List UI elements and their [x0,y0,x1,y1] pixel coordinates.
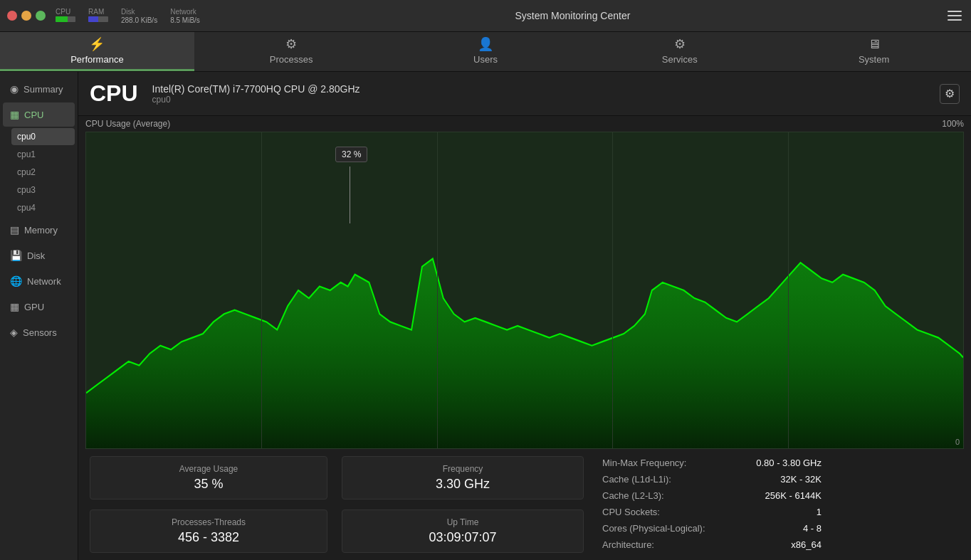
chart-container: CPU Usage (Average) 100% 32 % [78,116,971,449]
average-usage-card: Average Usage 35 % [90,456,327,500]
sockets-row: CPU Sockets: 1 [591,504,833,520]
window-controls [7,11,46,21]
sidebar-item-cpu2[interactable]: cpu2 [11,164,75,181]
tab-system-label: System [859,54,889,65]
ram-stat-label: RAM [88,8,108,16]
network-icon: 🌐 [10,275,22,287]
services-icon: ⚙ [674,36,686,52]
ram-stat: RAM [88,8,108,24]
sidebar-item-gpu[interactable]: ▦ GPU [3,295,75,319]
sidebar-item-cpu0[interactable]: cpu0 [11,128,75,145]
sidebar-sensors-label: Sensors [23,327,57,338]
sidebar-item-summary[interactable]: ◉ Summary [3,77,75,101]
tab-processes-label: Processes [270,54,313,65]
disk-stat: Disk 288.0 KiB/s [121,8,157,24]
cores-value: 4 - 8 [803,523,822,534]
uptime-card: Up Time 03:09:07:07 [342,509,584,553]
network-stat: Network 8.5 MiB/s [170,8,200,24]
chart-area[interactable]: 32 % 0 [85,132,964,449]
arch-value: x86_64 [791,539,822,550]
sidebar-gpu-label: GPU [24,302,44,312]
menu-icon-line1 [948,11,962,12]
cpu-header: CPU Intel(R) Core(TM) i7-7700HQ CPU @ 2.… [78,72,971,116]
svg-marker-0 [86,259,963,448]
arch-row: Architecture: x86_64 [591,537,833,553]
tab-processes[interactable]: ⚙ Processes [194,32,389,71]
frequency-value: 3.30 GHz [436,477,490,492]
average-usage-label: Average Usage [179,464,238,474]
cpu-main-title: CPU [90,80,138,107]
sidebar-item-sensors[interactable]: ◈ Sensors [3,320,75,344]
processes-threads-card: Processes-Threads 456 - 3382 [90,509,327,553]
content-area: CPU Intel(R) Core(TM) i7-7700HQ CPU @ 2.… [78,72,971,560]
maximize-button[interactable] [36,11,46,21]
processes-threads-value: 456 - 3382 [178,530,239,545]
cores-row: Cores (Physical-Logical): 4 - 8 [591,520,833,537]
ram-bar [88,16,108,22]
cache-l2l3-row: Cache (L2-L3): 256K - 6144K [591,487,833,504]
disk-stat-label: Disk [121,8,157,16]
chart-max-label: 100% [942,119,964,129]
uptime-label: Up Time [447,517,479,527]
app-title: System Monitoring Center [200,10,945,21]
sidebar-item-cpu[interactable]: ▦ CPU [3,102,75,127]
sockets-value: 1 [817,507,822,517]
sidebar-item-cpu4[interactable]: cpu4 [11,199,75,216]
tab-services-label: Services [662,54,698,65]
cpu2-label: cpu2 [17,167,36,177]
disk-stat-value: 288.0 KiB/s [121,16,157,24]
memory-icon: ▤ [10,224,19,236]
cpu-info: Intel(R) Core(TM) i7-7700HQ CPU @ 2.80GH… [152,83,360,105]
chart-header: CPU Usage (Average) 100% [78,116,971,132]
disk-icon: 💾 [10,250,22,261]
performance-icon: ⚡ [89,36,105,52]
sidebar-memory-label: Memory [24,225,58,236]
menu-icon-line3 [948,19,962,21]
tab-performance[interactable]: ⚡ Performance [0,32,194,71]
menu-button[interactable] [945,6,964,25]
sidebar-disk-label: Disk [27,250,45,261]
settings-button[interactable]: ⚙ [940,84,960,104]
bottom-section: Average Usage 35 % Processes-Threads 456… [78,449,971,560]
tab-performance-label: Performance [70,54,123,65]
cpu3-label: cpu3 [17,185,36,195]
cpu-stat-label: CPU [56,8,75,16]
sidebar: ◉ Summary ▦ CPU cpu0 cpu1 cpu2 cpu3 cpu4 [0,72,78,560]
processes-icon: ⚙ [285,36,297,52]
sidebar-item-cpu3[interactable]: cpu3 [11,181,75,199]
cpu-submenu: cpu0 cpu1 cpu2 cpu3 cpu4 [0,127,78,217]
sidebar-cpu-label: CPU [24,110,43,120]
cpu-bar [56,16,75,22]
tab-system[interactable]: 🖥 System [777,32,971,71]
tab-services[interactable]: ⚙ Services [582,32,777,71]
sidebar-item-memory[interactable]: ▤ Memory [3,218,75,242]
processes-threads-label: Processes-Threads [172,517,246,527]
frequency-label: Frequency [443,464,483,474]
sidebar-item-cpu1[interactable]: cpu1 [11,146,75,163]
minimize-button[interactable] [21,11,31,21]
min-max-freq-label: Min-Max Frequency: [602,458,686,468]
sidebar-network-label: Network [27,276,61,287]
sidebar-summary-label: Summary [23,84,63,95]
system-icon: 🖥 [868,37,881,52]
uptime-value: 03:09:07:07 [429,530,496,545]
cpu-icon: ▦ [10,109,19,120]
average-usage-value: 35 % [194,477,223,492]
cores-label: Cores (Physical-Logical): [602,523,705,534]
menu-icon-line2 [948,15,962,16]
min-max-freq-row: Min-Max Frequency: 0.80 - 3.80 GHz [591,455,833,471]
arch-label: Architecture: [602,539,654,550]
sidebar-item-network[interactable]: 🌐 Network [3,269,75,293]
network-stat-label: Network [170,8,200,16]
sidebar-item-disk[interactable]: 💾 Disk [3,243,75,268]
chart-title: CPU Usage (Average) [85,119,170,129]
gpu-icon: ▦ [10,301,19,312]
min-max-freq-value: 0.80 - 3.80 GHz [756,458,822,468]
cpu-chart-svg [86,132,963,448]
tab-users[interactable]: 👤 Users [389,32,583,71]
sockets-label: CPU Sockets: [602,507,660,517]
close-button[interactable] [7,11,17,21]
cpu0-label: cpu0 [17,132,36,142]
tab-users-label: Users [473,54,498,65]
network-stat-value: 8.5 MiB/s [170,16,200,24]
